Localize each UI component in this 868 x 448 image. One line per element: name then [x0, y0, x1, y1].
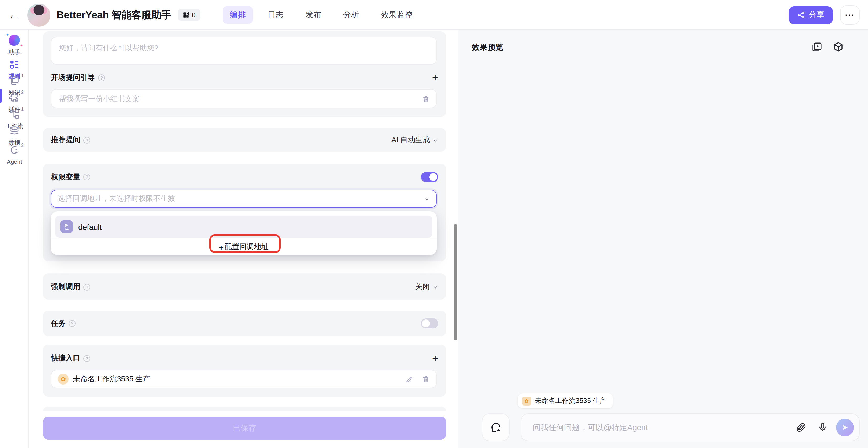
top-tabs: 编排 日志 发布 分析 效果监控 [222, 0, 420, 30]
recommended-mode-select[interactable]: AI 自动生成 [392, 135, 438, 145]
quick-entry-label: 快捷入口 [51, 354, 80, 363]
workflow-chip-label: 未命名工作流3535 生产 [535, 396, 607, 406]
microphone-button[interactable] [817, 422, 828, 432]
orchestration-panel: 开场提问引导 ? + 推荐提问 ? AI 自动生成 [29, 30, 458, 448]
next-section-partial [43, 407, 446, 411]
sidebar-divider [7, 140, 22, 141]
dropdown-option-default[interactable]: default [55, 216, 432, 237]
help-icon[interactable]: ? [69, 320, 75, 327]
opening-question-item [51, 89, 437, 108]
help-icon[interactable]: ? [84, 137, 90, 143]
callback-address-dropdown: default + 配置回调地址 [51, 212, 437, 255]
knowledge-icon: 1 [9, 75, 20, 86]
share-button[interactable]: 分享 [789, 6, 833, 24]
quick-entry-item-name: 未命名工作流3535 生产 [73, 374, 401, 384]
more-dots-icon: ··· [845, 10, 855, 20]
help-icon[interactable]: ? [84, 355, 90, 362]
opening-questions-label: 开场提问引导 [51, 73, 95, 83]
chevron-down-icon [432, 284, 438, 290]
force-call-select[interactable]: 关闭 [415, 282, 438, 292]
tab-logs[interactable]: 日志 [260, 6, 291, 24]
configure-callback-button[interactable]: + 配置回调地址 [51, 239, 437, 255]
add-opening-question-button[interactable]: + [432, 72, 438, 83]
plus-icon: + [219, 243, 223, 252]
workflow-chip[interactable]: ✿ 未命名工作流3535 生产 [518, 393, 613, 408]
more-button[interactable]: ··· [840, 5, 860, 25]
send-icon [841, 423, 849, 431]
delete-opening-question-button[interactable] [422, 95, 430, 102]
new-conversation-button[interactable] [482, 413, 509, 441]
task-toggle[interactable] [421, 318, 438, 328]
attachment-button[interactable] [796, 422, 806, 432]
chevron-down-icon [432, 137, 438, 143]
microphone-icon [817, 422, 828, 432]
assistant-logo-icon: ✦ ✦ [9, 35, 20, 45]
preview-title: 效果预览 [472, 42, 503, 53]
database-icon [9, 125, 20, 136]
tab-monitoring[interactable]: 效果监控 [374, 6, 420, 24]
plugin-count-badge-side: 2 [21, 90, 24, 95]
recommended-questions-label: 推荐提问 [51, 135, 80, 145]
workflow-flower-icon: ✿ [522, 396, 531, 405]
scrollbar-thumb[interactable] [454, 224, 457, 341]
chat-input-bar [521, 413, 860, 441]
greeting-textarea[interactable] [52, 37, 436, 64]
edit-quick-entry-button[interactable] [406, 375, 413, 383]
workflow-flower-icon: ✿ [58, 374, 69, 385]
rules-icon [9, 59, 20, 70]
force-call-label: 强制调用 [51, 282, 80, 292]
plugin-count-badge: 0 [178, 9, 200, 21]
share-label: 分享 [809, 10, 825, 20]
task-label: 任务 [51, 319, 66, 328]
force-call-value: 关闭 [415, 282, 430, 292]
force-call-card: 强制调用 ? 关闭 [43, 273, 446, 299]
chat-message-input[interactable] [533, 423, 784, 432]
quick-entry-item[interactable]: ✿ 未命名工作流3535 生产 [51, 370, 437, 388]
tab-analysis[interactable]: 分析 [336, 6, 366, 24]
add-quick-entry-button[interactable]: + [432, 353, 438, 363]
callback-pin-icon [60, 220, 73, 233]
sidebar-label-agent: Agent [0, 158, 29, 165]
chevron-down-icon [424, 196, 430, 202]
trash-icon [422, 95, 430, 102]
effect-preview-panel: 效果预览 ✿ 未命名工作流3535 生产 [458, 30, 868, 448]
tab-orchestrate[interactable]: 编排 [222, 6, 253, 24]
sidebar-item-data[interactable]: 数据 [0, 125, 29, 147]
share-icon [797, 11, 805, 19]
agent-icon: 3 [9, 145, 20, 156]
help-icon[interactable]: ? [84, 284, 90, 290]
recommended-questions-card: 推荐提问 ? AI 自动生成 [43, 128, 446, 152]
sidebar-divider [7, 53, 22, 54]
permission-variables-label: 权限变量 [51, 172, 80, 182]
cube-3d-icon[interactable] [833, 41, 844, 53]
help-icon[interactable]: ? [84, 173, 90, 181]
help-icon[interactable]: ? [98, 74, 105, 81]
callback-address-select[interactable]: 选择回调地址，未选择时权限不生效 [51, 190, 437, 208]
delete-quick-entry-button[interactable] [422, 375, 430, 383]
preview-run-icon[interactable] [811, 41, 823, 53]
paperclip-icon [796, 422, 806, 432]
task-card: 任务 ? [43, 311, 446, 336]
badge-count: 0 [192, 11, 195, 19]
opening-question-input[interactable] [52, 90, 422, 107]
page-title: BetterYeah 智能客服助手 [57, 8, 172, 22]
dropdown-option-label: default [78, 222, 102, 231]
agent-avatar [27, 3, 51, 27]
grid-icon [182, 11, 189, 19]
tab-publish[interactable]: 发布 [298, 6, 329, 24]
app-header: ← BetterYeah 智能客服助手 0 编排 日志 发布 分析 效果监控 分… [0, 0, 868, 30]
save-button[interactable]: 已保存 [43, 417, 446, 440]
sidebar-item-agent[interactable]: 3 Agent [0, 145, 29, 165]
knowledge-count-badge: 1 [21, 73, 24, 78]
back-arrow-icon[interactable]: ← [7, 8, 21, 22]
chat-plus-icon [489, 421, 502, 434]
toggle-knob [422, 319, 430, 327]
permission-toggle[interactable] [421, 172, 438, 182]
configure-callback-label: 配置回调地址 [225, 243, 269, 252]
send-button[interactable] [836, 418, 854, 436]
greeting-input-box [51, 37, 437, 65]
plugin-icon: 2 [9, 92, 20, 103]
trash-icon [422, 375, 430, 383]
toggle-knob [429, 173, 437, 181]
pencil-icon [406, 375, 413, 383]
